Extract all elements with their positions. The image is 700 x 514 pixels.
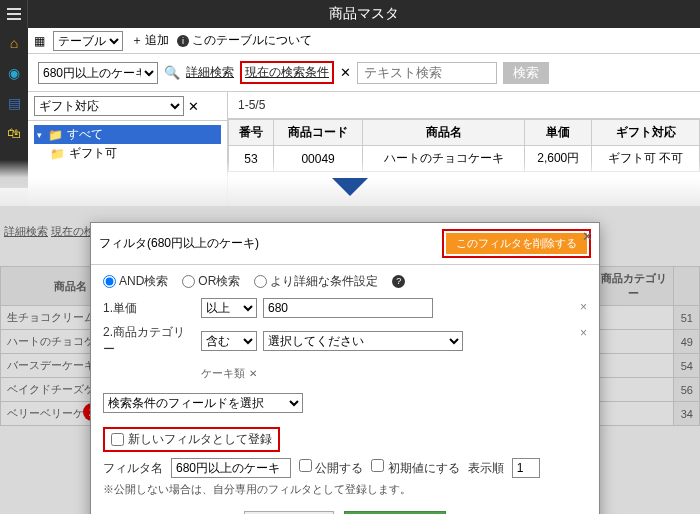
order-input[interactable]: [512, 458, 540, 478]
cart-icon[interactable]: 🛍: [5, 124, 23, 142]
filter-dialog: フィルタ(680円以上のケーキ) このフィルタを削除する ✕ AND検索 OR検…: [90, 222, 600, 514]
search-icon: 🔍: [164, 65, 180, 80]
facet-select[interactable]: ギフト対応: [34, 96, 184, 116]
radio-adv[interactable]: より詳細な条件設定: [254, 273, 378, 290]
close-icon[interactable]: ✕: [582, 229, 593, 244]
tree-root[interactable]: ▾ 📁 すべて: [34, 125, 221, 144]
cond1-value-input[interactable]: [263, 298, 433, 318]
add-field-select[interactable]: 検索条件のフィールドを選択: [103, 393, 303, 413]
text-search-input[interactable]: [357, 62, 497, 84]
hamburger-menu[interactable]: [0, 0, 28, 28]
col-name[interactable]: 商品名: [363, 120, 525, 146]
filter-name-input[interactable]: [171, 458, 291, 478]
home-icon[interactable]: ⌂: [5, 34, 23, 52]
about-table-link[interactable]: このテーブルについて: [177, 32, 312, 49]
radio-and[interactable]: AND検索: [103, 273, 168, 290]
cond2-chip[interactable]: ケーキ類✕: [201, 366, 257, 381]
facet-clear-icon[interactable]: ✕: [188, 99, 199, 114]
current-conditions-highlight: 現在の検索条件: [240, 61, 334, 84]
col-no[interactable]: 番号: [229, 120, 274, 146]
search-bar: 680円以上のケーキ 🔍 詳細検索 現在の検索条件 ✕ 検索: [28, 54, 700, 92]
current-conditions-link[interactable]: 現在の検索条件: [245, 65, 329, 79]
register-as-new-highlight: 新しいフィルタとして登録: [103, 427, 280, 452]
cond2-value-select[interactable]: 選択してください: [263, 331, 463, 351]
col-gift[interactable]: ギフト対応: [592, 120, 700, 146]
publish-note: ※公開しない場合は、自分専用のフィルタとして登録します。: [103, 482, 587, 497]
cond2-label: 2.商品カテゴリー: [103, 324, 195, 358]
database-icon[interactable]: ◉: [5, 64, 23, 82]
remove-cond2-icon[interactable]: ×: [580, 326, 587, 340]
col-code[interactable]: 商品コード: [274, 120, 363, 146]
clear-conditions-icon[interactable]: ✕: [340, 65, 351, 80]
search-mode-radios: AND検索 OR検索 より詳細な条件設定 ?: [103, 273, 587, 290]
table-icon: ▦: [34, 34, 45, 48]
filter-select[interactable]: 680円以上のケーキ: [38, 62, 158, 84]
add-button[interactable]: ＋追加: [131, 32, 169, 49]
condition-row-1: 1.単価 以上 ×: [103, 298, 587, 318]
arrow-down-icon: [332, 178, 368, 196]
detail-search-link[interactable]: 詳細検索: [186, 64, 234, 81]
publish-checkbox[interactable]: 公開する: [299, 459, 363, 477]
chat-icon[interactable]: ▤: [5, 94, 23, 112]
col-price[interactable]: 単価: [525, 120, 592, 146]
order-label: 表示順: [468, 460, 504, 477]
radio-or[interactable]: OR検索: [182, 273, 240, 290]
chip-remove-icon[interactable]: ✕: [249, 368, 257, 379]
register-as-new-checkbox[interactable]: [111, 433, 124, 446]
folder-icon: 📁: [50, 147, 65, 161]
toolbar: ▦ テーブル ＋追加 このテーブルについて: [28, 28, 700, 54]
delete-filter-button[interactable]: このフィルタを削除する: [446, 233, 587, 254]
pager: 1-5/5: [228, 92, 700, 119]
condition-row-2: 2.商品カテゴリー 含む 選択してください ×: [103, 324, 587, 358]
caret-down-icon: ▾: [34, 130, 44, 140]
tree-root-label: すべて: [67, 126, 103, 143]
cond2-op-select[interactable]: 含む: [201, 331, 257, 351]
search-button[interactable]: 検索: [503, 62, 549, 84]
register-as-new-label: 新しいフィルタとして登録: [128, 431, 272, 448]
app-title: 商品マスタ: [28, 5, 700, 23]
cond1-op-select[interactable]: 以上: [201, 298, 257, 318]
remove-cond1-icon[interactable]: ×: [580, 300, 587, 314]
cond1-label: 1.単価: [103, 300, 195, 317]
help-icon[interactable]: ?: [392, 275, 405, 288]
initial-checkbox[interactable]: 初期値にする: [371, 459, 459, 477]
folder-icon: 📁: [48, 128, 63, 142]
delete-filter-highlight: このフィルタを削除する: [442, 229, 591, 258]
bg-col-cat: 商品カテゴリー: [594, 267, 674, 306]
table-select[interactable]: テーブル: [53, 31, 123, 51]
filter-name-label: フィルタ名: [103, 460, 163, 477]
dialog-title: フィルタ(680円以上のケーキ): [99, 235, 259, 252]
